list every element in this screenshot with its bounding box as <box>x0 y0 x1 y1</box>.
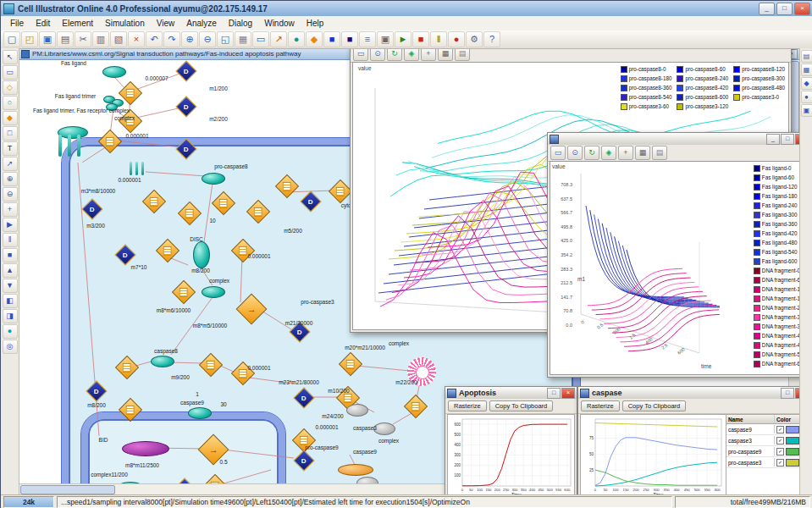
connector-tool-icon[interactable]: ◆ <box>3 111 18 125</box>
run-simulation-icon[interactable]: ► <box>395 31 412 47</box>
marquee-tool-icon[interactable]: ▭ <box>3 65 18 80</box>
frame-tool-icon[interactable]: □ <box>3 126 18 141</box>
process-tool-icon[interactable]: ◆ <box>306 31 323 47</box>
caspase-chart-area[interactable]: 0501001502002503003504004505005506002550… <box>580 414 727 498</box>
layers-panel-icon[interactable]: ▣ <box>801 104 812 117</box>
record-icon[interactable]: ● <box>448 31 465 47</box>
color-chip-blue[interactable]: ■ <box>323 31 340 47</box>
bid-entity-node[interactable] <box>122 441 169 456</box>
series-visible-checkbox[interactable]: ✓ <box>776 448 784 456</box>
save-icon[interactable]: ▣ <box>39 31 56 47</box>
transition-node[interactable] <box>339 352 362 376</box>
step-up-icon[interactable]: ▲ <box>3 263 18 278</box>
transition-node[interactable] <box>275 174 299 198</box>
transition-node[interactable] <box>212 191 235 215</box>
diamond-panel-icon[interactable]: ◆ <box>801 77 812 90</box>
transition-node[interactable] <box>119 398 142 422</box>
maximize-button[interactable]: □ <box>776 3 793 15</box>
select-tool-icon[interactable]: ↖ <box>3 50 18 64</box>
zoom-out-tool-icon[interactable]: ⊖ <box>3 187 18 202</box>
entity-tool-icon[interactable]: ● <box>288 31 305 47</box>
grid-3d-icon[interactable]: ▦ <box>635 146 650 160</box>
menu-view[interactable]: View <box>151 18 181 29</box>
title-bar[interactable]: Cell Illustrator Online 4.0 Professional… <box>1 1 812 17</box>
transition-node[interactable] <box>199 353 223 377</box>
dot-panel-icon[interactable]: ● <box>801 91 812 103</box>
stop-simulation-icon[interactable]: ■ <box>412 31 429 47</box>
transition-node[interactable] <box>142 190 166 213</box>
transition-node[interactable] <box>178 202 202 225</box>
edge-tool-icon[interactable]: ↗ <box>3 157 18 171</box>
select-mode-icon[interactable]: ▭ <box>252 31 269 47</box>
redo-icon[interactable]: ↷ <box>163 31 180 47</box>
menu-element[interactable]: Element <box>56 18 99 29</box>
entity-node[interactable] <box>202 286 225 298</box>
caspase-copy-to-clipboard-button[interactable]: Copy To Clipboard <box>622 400 687 411</box>
target-icon[interactable]: ◎ <box>3 340 18 354</box>
transition-node[interactable] <box>115 356 139 379</box>
apoptosis-chart-area[interactable]: 0501001502002503003504004505005506001002… <box>447 414 575 498</box>
menu-dialog[interactable]: Dialog <box>223 18 258 29</box>
connect-mode-icon[interactable]: ↗ <box>270 31 287 47</box>
rotate-3d-icon[interactable]: ◈ <box>601 146 616 160</box>
align-icon[interactable]: ≡ <box>359 31 376 47</box>
export-icon[interactable]: ▤ <box>652 146 667 160</box>
discrete-process-node[interactable]: D <box>293 387 314 408</box>
group-icon[interactable]: ▣ <box>377 31 394 47</box>
help-icon[interactable]: ? <box>483 31 500 47</box>
apoptosis-rasterize-button[interactable]: Rasterize <box>448 400 487 411</box>
entity-node[interactable] <box>151 356 174 367</box>
maximize-button[interactable]: □ <box>547 388 561 399</box>
zoom-tool-icon[interactable]: ⊙ <box>567 146 583 160</box>
discrete-process-node[interactable]: D <box>293 450 314 471</box>
menu-window[interactable]: Window <box>258 18 301 29</box>
layer-front-icon[interactable]: ◧ <box>3 294 18 308</box>
zoom-in-tool-icon[interactable]: ⊕ <box>3 172 18 186</box>
transition-node[interactable] <box>156 239 180 262</box>
entity-node[interactable] <box>193 241 210 268</box>
caspase-title-bar[interactable]: caspase □ × <box>578 387 810 400</box>
pause-simulation-icon[interactable]: ‖ <box>430 31 447 47</box>
delete-icon[interactable]: × <box>128 31 145 47</box>
menu-edit[interactable]: Edit <box>30 18 56 29</box>
close-button[interactable]: × <box>794 3 810 15</box>
entity-node-tool-icon[interactable]: ○ <box>3 96 18 110</box>
stop-icon[interactable]: ■ <box>3 248 18 262</box>
discrete-process-node[interactable]: D <box>300 190 321 212</box>
maximize-button[interactable]: □ <box>781 388 794 399</box>
series-visible-checkbox[interactable]: ✓ <box>776 437 784 444</box>
discrete-process-node[interactable]: D <box>114 244 135 265</box>
transition-node[interactable] <box>329 179 352 203</box>
text-tool-icon[interactable]: T <box>3 141 18 156</box>
legend-table-row[interactable]: pro-caspase3✓ <box>726 457 808 468</box>
transition-node[interactable]: → <box>236 294 268 325</box>
menu-help[interactable]: Help <box>301 18 330 29</box>
pointer-tool-icon[interactable]: ▭ <box>550 146 566 160</box>
plot2-area[interactable]: value 708.3637.5566.7495.8425.0354.2283.… <box>550 161 809 375</box>
receptor-node[interactable] <box>55 126 89 158</box>
menu-analyze[interactable]: Analyze <box>180 18 223 29</box>
scrollbar-thumb[interactable] <box>20 485 115 494</box>
minimize-button[interactable]: _ <box>759 3 775 15</box>
transition-node[interactable] <box>246 200 270 224</box>
step-down-icon[interactable]: ▼ <box>3 279 18 293</box>
grid-icon[interactable]: ▦ <box>235 31 251 47</box>
entity-node[interactable] <box>188 407 212 419</box>
caspase-chart-window[interactable]: caspase □ × RasterizeCopy To Clipboard 0… <box>577 386 811 500</box>
maximize-button[interactable]: □ <box>781 134 794 145</box>
new-file-icon[interactable]: ▢ <box>3 31 20 47</box>
copy-icon[interactable]: ▥ <box>92 31 109 47</box>
transition-node[interactable] <box>98 130 122 153</box>
entity-node[interactable] <box>202 173 225 185</box>
discrete-process-node[interactable]: D <box>175 138 196 159</box>
discrete-process-node[interactable]: D <box>81 198 102 219</box>
open-file-icon[interactable]: ◰ <box>21 31 38 47</box>
chart-panel-icon[interactable]: ▤ <box>801 50 812 63</box>
pan-3d-icon[interactable]: + <box>618 146 633 160</box>
legend-table-row[interactable]: caspase3✓ <box>726 435 808 446</box>
grid-panel-icon[interactable]: ▦ <box>801 64 812 76</box>
plot2-title-bar[interactable]: _ □ × <box>548 133 810 146</box>
menu-file[interactable]: File <box>4 18 30 29</box>
paint-icon[interactable]: ● <box>3 324 18 339</box>
layer-back-icon[interactable]: ◨ <box>3 309 18 323</box>
